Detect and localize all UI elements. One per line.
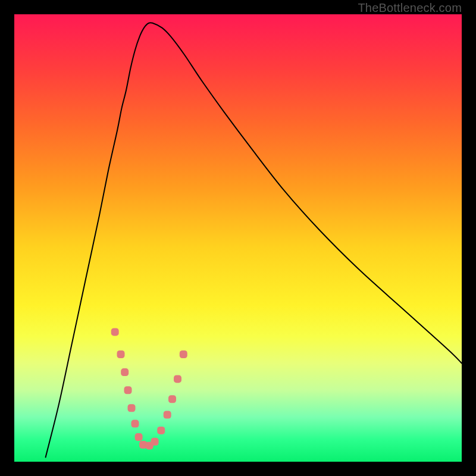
curve-markers: [111, 328, 187, 449]
curve-marker: [117, 350, 125, 358]
watermark-text: TheBottleneck.com: [358, 1, 462, 15]
curve-marker: [111, 328, 119, 336]
curve-marker: [157, 427, 165, 434]
curve-marker: [128, 404, 136, 412]
bottleneck-chart: [14, 14, 462, 462]
curve-marker: [135, 433, 143, 441]
curve-marker: [164, 411, 171, 419]
curve-marker: [180, 350, 187, 358]
curve-marker: [174, 375, 181, 383]
curve-marker: [151, 438, 159, 446]
curve-marker: [168, 395, 176, 403]
curve-marker: [121, 368, 129, 376]
bottleneck-curve-line: [46, 23, 462, 457]
curve-marker: [124, 386, 132, 394]
curve-marker: [131, 420, 139, 428]
plot-area: [14, 14, 462, 462]
